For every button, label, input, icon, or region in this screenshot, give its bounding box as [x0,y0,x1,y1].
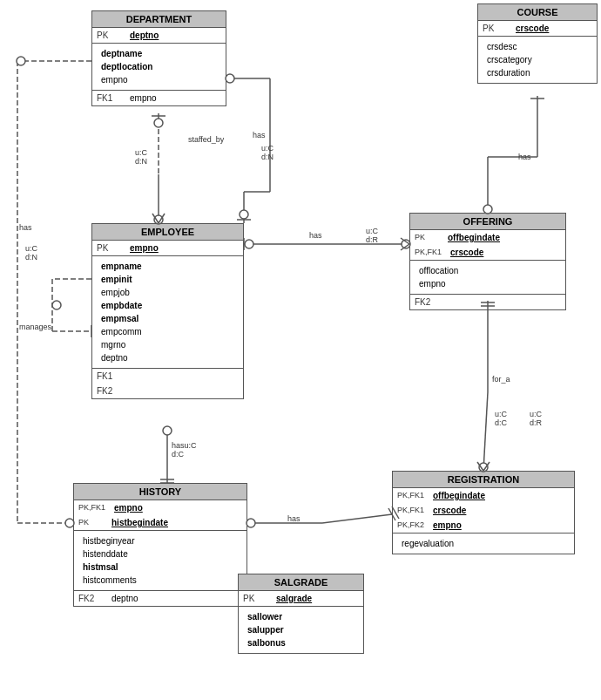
offering-fk2-label: FK2 [410,295,443,309]
emp-attr-mgrno: mgrno [101,338,239,351]
emp-pk-label: PK [92,241,125,255]
entity-registration: REGISTRATION PK,FK1 offbegindate PK,FK1 … [392,471,575,554]
svg-line-4 [159,214,165,223]
svg-point-13 [240,210,248,219]
emp-attr-empcomm: empcomm [101,325,239,338]
history-attr-histmsal: histmsal [83,561,242,574]
offering-pk-field2: crscode [446,245,488,260]
offering-pk-field1: offbegindate [443,230,504,245]
reg-attr-regevaluation: regevaluation [402,537,570,550]
history-fk2-field: deptno [107,591,143,606]
employee-header: EMPLOYEE [92,224,243,241]
emp-attr-empmsal: empmsal [101,312,239,325]
course-attr-crscategory: crscategory [487,53,592,66]
history-pk-field2: histbegindate [107,515,172,530]
salgrade-pk-field: salgrade [272,591,316,606]
svg-line-38 [322,514,392,523]
svg-point-6 [154,119,163,127]
history-attr-histbeginyear: histbeginyear [83,534,242,547]
registration-header: REGISTRATION [393,472,574,488]
label-uc-dn1: u:Cd:N [261,144,273,161]
course-attr-crsdesc: crsdesc [487,40,592,53]
offering-attr-offlocation: offlocation [419,264,561,277]
history-attr-histenddate: histenddate [83,547,242,561]
label-has4: has [287,514,300,523]
dept-pk-label: PK [92,28,125,43]
offering-pk-label1: PK [410,230,443,245]
history-pk-label2: PK [74,515,107,530]
emp-attr-empjob: empjob [101,286,239,299]
offering-header: OFFERING [410,214,565,230]
label-manages: manages [19,323,51,331]
salgrade-pk-label: PK [239,591,272,606]
course-pk-label: PK [478,21,511,36]
department-header: DEPARTMENT [92,11,226,28]
entity-history: HISTORY PK,FK1 empno PK histbegindate hi… [73,483,247,607]
history-pk-label1: PK,FK1 [74,500,110,515]
history-attr-histcomments: histcomments [83,574,242,587]
entity-department: DEPARTMENT PK deptno deptname deptlocati… [91,10,226,106]
label-uc-dn3: u:Cd:N [25,244,37,262]
svg-line-27 [483,392,488,471]
svg-line-3 [152,214,159,223]
svg-point-39 [246,519,255,527]
emp-attr-deptno: deptno [101,351,239,364]
dept-fk1-label: FK1 [92,91,125,105]
entity-employee: EMPLOYEE PK empno empname empinit empjob… [91,223,244,399]
label-uc-dn2: u:Cd:N [135,148,147,166]
label-staffed-by: staffed_by [188,135,224,144]
dept-fk1-field: empno [125,91,161,105]
offering-fk2-field [443,295,452,309]
entity-course: COURSE PK crscode crsdesc crscategory cr… [477,3,598,84]
svg-line-29 [477,462,483,471]
salgrade-attr-salupper: salupper [247,623,359,636]
svg-point-20 [245,240,253,248]
emp-attr-empinit: empinit [101,273,239,286]
svg-point-46 [52,301,61,309]
reg-pk-field3: empno [429,518,466,533]
dept-attr-empno: empno [101,73,221,86]
salgrade-attr-sallower: sallower [247,610,359,623]
reg-pk-label3: PK,FK2 [393,518,429,533]
entity-offering: OFFERING PK offbegindate PK,FK1 crscode … [409,213,566,310]
label-uc-dr-offering: u:Cd:R [366,227,378,244]
dept-attr-deptname: deptname [101,47,221,60]
history-header: HISTORY [74,484,246,500]
course-pk-field: crscode [511,21,553,36]
svg-point-11 [226,74,234,83]
emp-fk2-label: FK2 [92,384,125,398]
label-has3: has [518,153,531,161]
svg-line-18 [401,244,409,250]
emp-attr-empname: empname [101,260,239,273]
reg-pk-field2: crscode [429,503,470,518]
label-uc-dr-reg: u:Cd:R [530,410,542,427]
reg-pk-label1: PK,FK1 [393,488,429,503]
salgrade-header: SALGRADE [239,574,363,591]
label-has-left: has [19,223,32,232]
label-uc-dc-off: u:Cd:C [495,410,507,427]
label-has2: has [309,231,322,240]
svg-point-50 [17,57,25,65]
svg-line-30 [483,462,490,471]
emp-fk2-field [125,384,134,398]
emp-pk-field: empno [125,241,163,255]
offering-pk-label2: PK,FK1 [410,245,446,260]
emp-attr-empbdate: empbdate [101,299,239,312]
svg-point-36 [163,426,172,435]
emp-fk1-label: FK1 [92,369,125,384]
course-attr-crsduration: crsduration [487,66,592,79]
dept-attr-deptlocation: deptlocation [101,60,221,73]
label-for-a: for_a [492,375,510,384]
history-fk2-label: FK2 [74,591,107,606]
reg-pk-field1: offbegindate [429,488,490,503]
emp-fk1-field [125,369,134,384]
offering-attr-empno: empno [419,277,561,290]
course-header: COURSE [478,4,597,21]
label-has1: has [253,131,266,139]
diagram-container: COURSE PK crscode crsdesc crscategory cr… [0,0,601,700]
dept-pk-field: deptno [125,28,163,43]
salgrade-attr-salbonus: salbonus [247,636,359,649]
label-hasu-c: hasu:Cd:C [172,441,197,459]
svg-line-17 [401,238,409,244]
entity-salgrade: SALGRADE PK salgrade sallower salupper s… [238,574,364,654]
